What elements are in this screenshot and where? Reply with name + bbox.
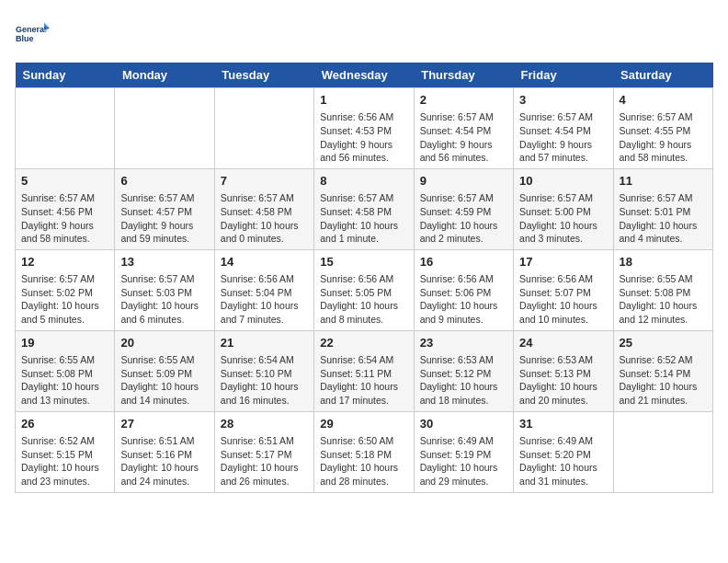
day-number: 8 <box>320 173 407 190</box>
day-info: Sunrise: 6:57 AM Sunset: 4:55 PM Dayligh… <box>620 110 707 165</box>
calendar-cell: 14Sunrise: 6:56 AM Sunset: 5:04 PM Dayli… <box>214 249 313 330</box>
calendar-cell: 27Sunrise: 6:51 AM Sunset: 5:16 PM Dayli… <box>115 411 214 492</box>
calendar-cell: 17Sunrise: 6:56 AM Sunset: 5:07 PM Dayli… <box>514 249 613 330</box>
day-info: Sunrise: 6:55 AM Sunset: 5:08 PM Dayligh… <box>620 272 707 327</box>
day-number: 19 <box>21 335 108 351</box>
day-number: 22 <box>320 335 407 351</box>
day-number: 29 <box>320 416 407 432</box>
day-number: 6 <box>120 173 208 190</box>
weekday-header-monday: Monday <box>115 63 214 88</box>
calendar-cell: 2Sunrise: 6:57 AM Sunset: 4:54 PM Daylig… <box>414 88 513 169</box>
calendar-cell <box>214 88 313 169</box>
page-header: General Blue <box>15 15 713 52</box>
svg-text:General: General <box>16 25 47 34</box>
day-number: 28 <box>221 416 308 432</box>
day-number: 31 <box>519 416 607 432</box>
day-number: 2 <box>420 92 507 109</box>
calendar-cell: 5Sunrise: 6:57 AM Sunset: 4:56 PM Daylig… <box>16 168 115 249</box>
day-number: 25 <box>620 335 707 351</box>
day-info: Sunrise: 6:51 AM Sunset: 5:16 PM Dayligh… <box>120 434 208 488</box>
svg-text:Blue: Blue <box>16 34 34 43</box>
day-info: Sunrise: 6:57 AM Sunset: 4:54 PM Dayligh… <box>519 110 607 165</box>
calendar-table: SundayMondayTuesdayWednesdayThursdayFrid… <box>15 63 713 493</box>
day-info: Sunrise: 6:52 AM Sunset: 5:14 PM Dayligh… <box>620 353 707 408</box>
day-number: 12 <box>21 254 108 270</box>
calendar-cell: 21Sunrise: 6:54 AM Sunset: 5:10 PM Dayli… <box>214 330 313 411</box>
calendar-week-row: 12Sunrise: 6:57 AM Sunset: 5:02 PM Dayli… <box>16 249 713 330</box>
calendar-cell: 23Sunrise: 6:53 AM Sunset: 5:12 PM Dayli… <box>414 330 513 411</box>
day-info: Sunrise: 6:56 AM Sunset: 5:05 PM Dayligh… <box>320 272 407 327</box>
calendar-cell: 13Sunrise: 6:57 AM Sunset: 5:03 PM Dayli… <box>115 249 214 330</box>
day-number: 20 <box>120 335 208 351</box>
day-info: Sunrise: 6:49 AM Sunset: 5:19 PM Dayligh… <box>420 434 507 488</box>
day-info: Sunrise: 6:57 AM Sunset: 4:58 PM Dayligh… <box>320 191 407 246</box>
day-info: Sunrise: 6:56 AM Sunset: 5:07 PM Dayligh… <box>519 272 607 327</box>
day-number: 1 <box>320 92 407 109</box>
day-info: Sunrise: 6:54 AM Sunset: 5:10 PM Dayligh… <box>221 353 308 408</box>
calendar-cell: 22Sunrise: 6:54 AM Sunset: 5:11 PM Dayli… <box>314 330 414 411</box>
day-info: Sunrise: 6:54 AM Sunset: 5:11 PM Dayligh… <box>320 353 407 408</box>
day-number: 26 <box>21 416 108 432</box>
calendar-cell: 30Sunrise: 6:49 AM Sunset: 5:19 PM Dayli… <box>414 411 513 492</box>
calendar-week-row: 1Sunrise: 6:56 AM Sunset: 4:53 PM Daylig… <box>16 88 713 169</box>
day-number: 13 <box>120 254 208 270</box>
day-number: 16 <box>420 254 507 270</box>
calendar-cell <box>16 88 115 169</box>
day-info: Sunrise: 6:55 AM Sunset: 5:08 PM Dayligh… <box>21 353 108 408</box>
weekday-header-saturday: Saturday <box>613 63 712 88</box>
calendar-cell: 7Sunrise: 6:57 AM Sunset: 4:58 PM Daylig… <box>214 168 313 249</box>
day-info: Sunrise: 6:55 AM Sunset: 5:09 PM Dayligh… <box>120 353 208 408</box>
calendar-cell: 16Sunrise: 6:56 AM Sunset: 5:06 PM Dayli… <box>414 249 513 330</box>
day-info: Sunrise: 6:57 AM Sunset: 4:56 PM Dayligh… <box>21 191 108 246</box>
day-number: 30 <box>420 416 507 432</box>
day-number: 5 <box>21 173 108 190</box>
day-number: 23 <box>420 335 507 351</box>
day-info: Sunrise: 6:51 AM Sunset: 5:17 PM Dayligh… <box>221 434 308 488</box>
calendar-week-row: 26Sunrise: 6:52 AM Sunset: 5:15 PM Dayli… <box>16 411 713 492</box>
weekday-header-sunday: Sunday <box>16 63 115 88</box>
calendar-cell: 20Sunrise: 6:55 AM Sunset: 5:09 PM Dayli… <box>115 330 214 411</box>
calendar-cell <box>613 411 712 492</box>
day-number: 18 <box>620 254 707 270</box>
calendar-cell: 25Sunrise: 6:52 AM Sunset: 5:14 PM Dayli… <box>613 330 712 411</box>
calendar-cell: 28Sunrise: 6:51 AM Sunset: 5:17 PM Dayli… <box>214 411 313 492</box>
day-number: 10 <box>519 173 607 190</box>
calendar-cell: 31Sunrise: 6:49 AM Sunset: 5:20 PM Dayli… <box>514 411 613 492</box>
calendar-cell: 6Sunrise: 6:57 AM Sunset: 4:57 PM Daylig… <box>115 168 214 249</box>
logo-svg: General Blue <box>15 15 51 52</box>
day-number: 11 <box>620 173 707 190</box>
weekday-header-tuesday: Tuesday <box>214 63 313 88</box>
day-info: Sunrise: 6:57 AM Sunset: 4:57 PM Dayligh… <box>120 191 208 246</box>
day-info: Sunrise: 6:50 AM Sunset: 5:18 PM Dayligh… <box>320 434 407 488</box>
day-number: 21 <box>221 335 308 351</box>
calendar-cell <box>115 88 214 169</box>
day-info: Sunrise: 6:56 AM Sunset: 5:06 PM Dayligh… <box>420 272 507 327</box>
calendar-cell: 18Sunrise: 6:55 AM Sunset: 5:08 PM Dayli… <box>613 249 712 330</box>
weekday-header-thursday: Thursday <box>414 63 513 88</box>
day-number: 15 <box>320 254 407 270</box>
calendar-week-row: 5Sunrise: 6:57 AM Sunset: 4:56 PM Daylig… <box>16 168 713 249</box>
calendar-cell: 19Sunrise: 6:55 AM Sunset: 5:08 PM Dayli… <box>16 330 115 411</box>
day-number: 9 <box>420 173 507 190</box>
calendar-cell: 15Sunrise: 6:56 AM Sunset: 5:05 PM Dayli… <box>314 249 414 330</box>
day-info: Sunrise: 6:53 AM Sunset: 5:12 PM Dayligh… <box>420 353 507 408</box>
calendar-cell: 1Sunrise: 6:56 AM Sunset: 4:53 PM Daylig… <box>314 88 414 169</box>
day-info: Sunrise: 6:57 AM Sunset: 4:54 PM Dayligh… <box>420 110 507 165</box>
logo: General Blue <box>15 15 51 52</box>
day-number: 14 <box>221 254 308 270</box>
calendar-cell: 29Sunrise: 6:50 AM Sunset: 5:18 PM Dayli… <box>314 411 414 492</box>
day-number: 24 <box>519 335 607 351</box>
calendar-cell: 9Sunrise: 6:57 AM Sunset: 4:59 PM Daylig… <box>414 168 513 249</box>
day-info: Sunrise: 6:56 AM Sunset: 4:53 PM Dayligh… <box>320 110 407 165</box>
weekday-header-row: SundayMondayTuesdayWednesdayThursdayFrid… <box>16 63 713 88</box>
calendar-cell: 11Sunrise: 6:57 AM Sunset: 5:01 PM Dayli… <box>613 168 712 249</box>
calendar-week-row: 19Sunrise: 6:55 AM Sunset: 5:08 PM Dayli… <box>16 330 713 411</box>
day-info: Sunrise: 6:53 AM Sunset: 5:13 PM Dayligh… <box>519 353 607 408</box>
day-info: Sunrise: 6:57 AM Sunset: 4:58 PM Dayligh… <box>221 191 308 246</box>
calendar-cell: 10Sunrise: 6:57 AM Sunset: 5:00 PM Dayli… <box>514 168 613 249</box>
day-number: 17 <box>519 254 607 270</box>
day-number: 27 <box>120 416 208 432</box>
day-info: Sunrise: 6:57 AM Sunset: 5:03 PM Dayligh… <box>120 272 208 327</box>
day-info: Sunrise: 6:49 AM Sunset: 5:20 PM Dayligh… <box>519 434 607 488</box>
day-number: 7 <box>221 173 308 190</box>
